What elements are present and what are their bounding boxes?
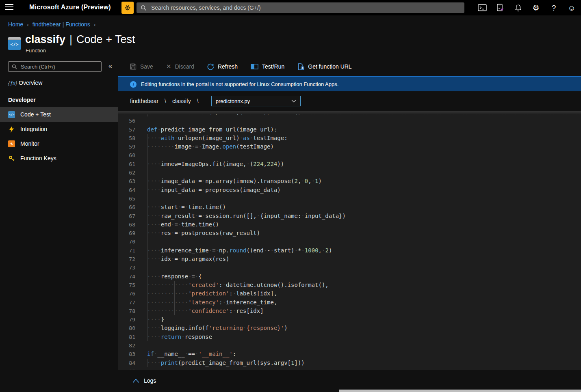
- bug-icon: [124, 4, 131, 11]
- code-line[interactable]: 82: [118, 341, 581, 350]
- discard-button[interactable]: ✕ Discard: [166, 63, 194, 70]
- file-dropdown-value: predictonnx.py: [216, 98, 250, 104]
- code-line[interactable]: 65: [118, 194, 581, 203]
- editor-top-shadow: [118, 111, 581, 114]
- settings-icon[interactable]: ⚙: [531, 2, 541, 13]
- line-number: 77: [118, 298, 135, 307]
- global-search[interactable]: [137, 2, 464, 13]
- code-line[interactable]: 74····response·=·{: [118, 272, 581, 281]
- menu-icon[interactable]: [5, 4, 13, 11]
- integration-icon: [8, 126, 15, 133]
- code-line[interactable]: 66····start·=·time.time(): [118, 203, 581, 211]
- line-number: 83: [118, 350, 135, 358]
- topbar: Microsoft Azure (Preview): [0, 0, 581, 15]
- path-app-name: findthebear: [130, 98, 158, 104]
- line-number: 78: [118, 307, 135, 315]
- command-bar: Save ✕ Discard Refresh Test/Run: [118, 57, 581, 76]
- code-line[interactable]: 68····end·=·time.time(): [118, 220, 581, 229]
- save-icon: [130, 63, 137, 70]
- code-line[interactable]: 76············'prediction':·labels[idx],: [118, 289, 581, 298]
- code-line[interactable]: 73: [118, 263, 581, 272]
- line-number: 57: [118, 125, 135, 134]
- sidebar-developer-items: </> Code + Test Integration Monitor: [0, 107, 118, 166]
- breadcrumb-separator-icon: ›: [94, 22, 95, 28]
- chevron-up-icon: [132, 379, 139, 383]
- portal-title: Microsoft Azure (Preview): [29, 4, 111, 11]
- sidebar-item-code-test[interactable]: </> Code + Test: [0, 107, 118, 122]
- code-line[interactable]: 56: [118, 116, 581, 125]
- file-dropdown[interactable]: predictonnx.py: [211, 96, 301, 106]
- test-run-button[interactable]: Test/Run: [251, 63, 284, 70]
- breadcrumb: Home›findthebear | Functions›: [8, 21, 99, 28]
- sidebar-item-integration[interactable]: Integration: [0, 122, 118, 136]
- search-icon: [141, 5, 147, 11]
- code-line[interactable]: 57def·predict_image_from_url(image_url):: [118, 125, 581, 134]
- code-line[interactable]: 59········image·=·Image.open(testImage): [118, 142, 581, 151]
- line-number: 73: [118, 263, 135, 272]
- sidebar-item-monitor[interactable]: Monitor: [0, 136, 118, 151]
- line-number: 67: [118, 212, 135, 220]
- get-function-url-button[interactable]: Get function URL: [297, 63, 351, 70]
- refresh-button[interactable]: Refresh: [207, 63, 238, 70]
- resource-type-label: Function: [26, 47, 46, 54]
- sidebar-search-input[interactable]: [20, 63, 98, 70]
- code-line[interactable]: 75············'created':·datetime.utcnow…: [118, 281, 581, 289]
- code-line[interactable]: 67····raw_result·=·session.run([],·{inpu…: [118, 212, 581, 220]
- code-line[interactable]: 72····idx·=·np.argmax(res): [118, 255, 581, 263]
- code-line[interactable]: 85: [118, 367, 581, 370]
- breadcrumb-home[interactable]: Home: [8, 21, 23, 28]
- horizontal-scrollbar[interactable]: [339, 390, 581, 392]
- code-line[interactable]: 80····logging.info(f'returning·{response…: [118, 324, 581, 332]
- function-keys-icon: [8, 155, 15, 162]
- cloud-shell-icon[interactable]: [477, 2, 488, 13]
- chevron-down-icon: [291, 99, 296, 103]
- code-line[interactable]: 63····image_data·=·np.array(imnew).trans…: [118, 177, 581, 185]
- global-search-input[interactable]: [150, 4, 460, 11]
- breadcrumb-function-app[interactable]: findthebear | Functions: [33, 21, 90, 28]
- get-url-icon: [297, 63, 304, 70]
- monitor-icon: [8, 140, 15, 147]
- topbar-icons: ⚙ ? ☺: [470, 0, 577, 15]
- code-line[interactable]: 81····return·response: [118, 333, 581, 341]
- sidebar-item-overview[interactable]: {ƒx} Overview: [0, 76, 118, 89]
- line-number: 74: [118, 272, 135, 281]
- code-line[interactable]: 61····imnew=ImageOps.fit(image,·(224,224…: [118, 160, 581, 168]
- code-line[interactable]: 62: [118, 168, 581, 177]
- collapse-sidebar-icon[interactable]: «: [106, 62, 115, 70]
- line-number: 65: [118, 194, 135, 203]
- code-lines: 55····return·softmax(np.array(result)).t…: [118, 111, 581, 370]
- info-banner-text: Editing functions in the portal is not s…: [141, 81, 338, 87]
- bug-report-button[interactable]: [121, 2, 134, 14]
- sidebar-search[interactable]: [8, 61, 102, 72]
- code-line[interactable]: 64····input_data·=·preprocess(image_data…: [118, 186, 581, 194]
- line-number: 85: [118, 367, 135, 370]
- sidebar-item-label: Monitor: [20, 140, 39, 147]
- notifications-icon[interactable]: [513, 2, 523, 13]
- test-run-icon: [251, 64, 258, 69]
- code-line[interactable]: 69····res·=·postprocess(raw_result): [118, 229, 581, 237]
- code-line[interactable]: 70: [118, 237, 581, 246]
- code-line[interactable]: 60: [118, 151, 581, 159]
- code-line[interactable]: 77············'latency':·inference_time,: [118, 298, 581, 307]
- sidebar-section-developer: Developer: [8, 97, 36, 103]
- code-line[interactable]: 71····inference_time·=·np.round((end·-·s…: [118, 246, 581, 255]
- sidebar-item-function-keys[interactable]: Function Keys: [0, 151, 118, 166]
- breadcrumb-separator-icon: ›: [27, 22, 28, 28]
- path-separator: \: [165, 98, 166, 104]
- save-button[interactable]: Save: [130, 63, 153, 70]
- help-icon[interactable]: ?: [548, 2, 559, 13]
- content-pane: Save ✕ Discard Refresh Test/Run: [118, 57, 581, 392]
- logs-toggle-button[interactable]: Logs: [130, 377, 158, 384]
- code-line[interactable]: 79····}: [118, 315, 581, 324]
- file-path-bar: findthebear \ classify \ predictonnx.py: [118, 91, 581, 111]
- code-editor[interactable]: 55····return·softmax(np.array(result)).t…: [118, 111, 581, 370]
- line-number: 68: [118, 220, 135, 229]
- info-icon: i: [130, 81, 137, 88]
- code-line[interactable]: 58····with·urlopen(image_url)·as·testIma…: [118, 134, 581, 142]
- code-line[interactable]: 83if·__name__·==·'__main__':: [118, 350, 581, 358]
- code-line[interactable]: 84····print(predict_image_from_url(sys.a…: [118, 359, 581, 367]
- activity-filter-icon[interactable]: [495, 2, 505, 13]
- line-number: 60: [118, 151, 135, 159]
- feedback-icon[interactable]: ☺: [566, 2, 577, 13]
- code-line[interactable]: 78············'confidence':·res[idx]: [118, 307, 581, 315]
